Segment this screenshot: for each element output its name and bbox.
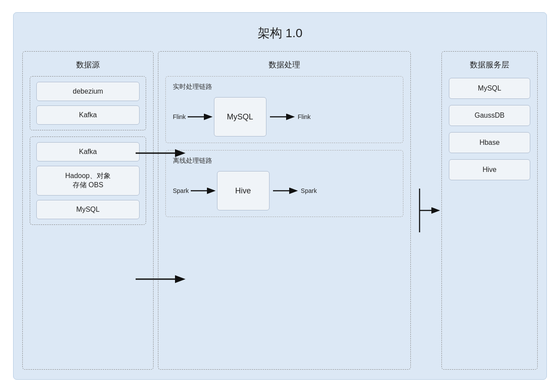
source-box-kafka2: Kafka <box>36 142 140 161</box>
service-box-gaussdb: GaussDB <box>449 105 530 126</box>
source-box-debezium: debezium <box>36 82 140 101</box>
spark-out-label: Spark <box>301 187 317 194</box>
merge-arrow-area <box>415 51 441 370</box>
page-title: 架构 1.0 <box>22 17 538 51</box>
realtime-box: MySQL <box>214 97 266 136</box>
service-box-hbase: Hbase <box>449 132 530 153</box>
spark-in-arrow: Spark <box>173 186 217 196</box>
source-box-mysql1: MySQL <box>36 200 140 219</box>
source-group-1: debezium Kafka <box>30 76 146 130</box>
flink-out-arrow: Flink <box>270 112 311 122</box>
service-label: 数据服务层 <box>449 60 530 70</box>
spark-in-label: Spark <box>173 187 189 194</box>
main-container: 架构 1.0 数据源 debezium Kafka Kafka Hadoop、对… <box>13 12 547 380</box>
flink-in-label: Flink <box>173 113 186 120</box>
processing-column: 数据处理 实时处理链路 Flink <box>158 51 411 370</box>
offline-box: Hive <box>217 171 270 210</box>
service-column: 数据服务层 MySQL GaussDB Hbase Hive <box>441 51 538 370</box>
spark-out-arrow-svg <box>273 186 299 196</box>
service-box-hive: Hive <box>449 159 530 180</box>
offline-path: 离线处理链路 Spark Hive <box>165 150 403 217</box>
source-column: 数据源 debezium Kafka Kafka Hadoop、对象 存储 OB… <box>22 51 154 370</box>
source-box-hadoop: Hadoop、对象 存储 OBS <box>36 166 140 196</box>
source-box-kafka1: Kafka <box>36 105 140 125</box>
source-label: 数据源 <box>30 60 146 70</box>
offline-label: 离线处理链路 <box>173 157 396 165</box>
processing-label: 数据处理 <box>165 60 403 70</box>
flink-in-arrow-svg <box>188 112 214 122</box>
spark-out-arrow: Spark <box>273 186 317 196</box>
service-box-mysql: MySQL <box>449 78 530 99</box>
realtime-label: 实时处理链路 <box>173 83 396 91</box>
flink-out-label: Flink <box>298 113 311 120</box>
flink-in-arrow: Flink <box>173 112 214 122</box>
source-group-2: Kafka Hadoop、对象 存储 OBS MySQL <box>30 136 146 225</box>
merge-arrow-svg <box>415 140 441 280</box>
flink-out-arrow-svg <box>270 112 296 122</box>
realtime-path: 实时处理链路 Flink MySQL <box>165 76 403 143</box>
spark-in-arrow-svg <box>191 186 217 196</box>
